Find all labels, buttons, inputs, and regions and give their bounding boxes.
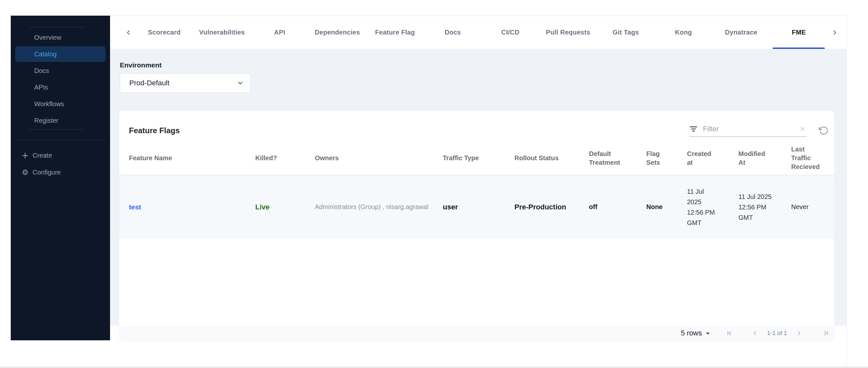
filter-box: × [689,124,806,137]
chevron-left-icon [751,330,758,336]
column-header-created-at: Created at [687,150,719,167]
tab-pull-requests[interactable]: Pull Requests [539,16,597,49]
sidebar-item-docs[interactable]: Docs [15,63,105,79]
modified-at-cell: 11 Jul 2025 12:56 PM GMT [738,191,784,223]
owners-cell: Administrators (Group) , nisarg.agrawal [315,203,443,211]
previous-page-button[interactable] [751,330,758,336]
refresh-button[interactable] [819,126,829,135]
tab-label: Scorecard [148,29,181,36]
clear-filter-icon[interactable]: × [799,126,806,132]
rows-per-page-select[interactable]: 5 rows [681,329,710,337]
sidebar-divider [15,140,105,141]
tab-vulnerabilities[interactable]: Vulnerabilities [193,16,251,49]
first-page-icon [726,330,733,337]
tab-dynatrace[interactable]: Dynatrace [712,16,770,49]
column-header-modified-at: Modified At [738,150,773,167]
sidebar-item-label: Docs [34,67,49,74]
column-header-owners: Owners [315,154,443,162]
tab-scorecard[interactable]: Scorecard [135,16,193,49]
next-page-button[interactable] [796,330,803,336]
tab-cicd[interactable]: CI/CD [482,16,539,49]
sidebar-item-apis[interactable]: APIs [15,80,105,95]
killed-status: Live [255,203,315,211]
sidebar-item-catalog[interactable]: Catalog [15,46,105,62]
sidebar-item-label: Catalog [34,51,57,58]
card-header: Feature Flags × [119,111,834,137]
tab-label: API [274,29,285,36]
tab-kong[interactable]: Kong [655,16,712,49]
tab-dependencies[interactable]: Dependencies [309,16,366,49]
column-header-last-traffic-recieved: Last Traffic Recieved [791,145,825,171]
tab-label: Docs [444,29,461,36]
configure-button[interactable]: ⚙ Configure [15,164,105,180]
created-at-cell: 11 Jul 2025 12:56 PM GMT [687,186,723,228]
tab-git-tags[interactable]: Git Tags [597,16,654,49]
configure-label: Configure [33,169,61,176]
last-traffic-recieved-cell: Never [791,203,834,211]
column-header-default-treatment: Default Treatment [589,150,630,167]
flag-sets-cell: None [646,203,687,211]
column-header-feature-name: Feature Name [129,154,255,162]
tab-label: Dynatrace [725,29,757,36]
column-header-rollout-status: Rollout Status [515,154,589,162]
sidebar: Overview Catalog Docs APIs Workflows Reg… [11,16,110,340]
last-page-button[interactable] [822,330,829,337]
sidebar-item-workflows[interactable]: Workflows [15,96,105,112]
first-page-button[interactable] [726,330,733,337]
tabs-scroll-left-button[interactable] [121,16,135,49]
plugin-tabbar: Scorecard Vulnerabilities API Dependenci… [110,16,846,49]
environment-label: Environment [120,61,251,69]
tab-feature-flag[interactable]: Feature Flag [366,16,424,49]
table-header-row: Feature Name Killed? Owners Traffic Type… [119,141,834,175]
tab-fme[interactable]: FME [770,16,828,49]
rollout-status-cell: Pre-Production [515,203,589,211]
column-header-flag-sets: Flag Sets [646,150,670,167]
tab-api[interactable]: API [251,16,308,49]
environment-selected-value: Prod-Default [129,79,169,87]
tab-label: Vulnerabilities [199,29,245,36]
plus-icon: + [21,151,29,159]
sidebar-item-register[interactable]: Register [15,113,105,128]
last-page-icon [822,330,829,337]
default-treatment-cell: off [589,203,646,211]
sidebar-item-overview[interactable]: Overview [15,30,105,45]
chevron-right-icon [796,330,803,336]
feature-flags-card: Feature Flags × [119,111,834,341]
page-title: Feature Flags [129,126,180,135]
pagination-bar: 5 rows 1-1 of 1 [119,325,834,341]
pagination-range: 1-1 of 1 [767,330,787,337]
table-empty-space [119,239,834,325]
window-bottom-edge [0,366,868,368]
tabs-scroll-right-button[interactable] [828,16,842,49]
sidebar-nav: Overview Catalog Docs APIs Workflows Reg… [15,30,105,128]
tab-label: CI/CD [501,29,520,36]
filter-input[interactable] [702,124,799,133]
column-header-killed: Killed? [255,154,315,162]
tab-label: Git Tags [613,29,639,36]
create-button[interactable]: + Create [15,148,105,163]
chevron-left-icon [125,29,132,36]
sidebar-item-label: Workflows [34,100,64,108]
gear-icon: ⚙ [21,168,29,177]
chevron-right-icon [831,29,838,36]
chevron-down-icon [237,80,244,87]
tab-docs[interactable]: Docs [424,16,482,49]
tab-label: Dependencies [314,29,360,36]
refresh-icon [819,126,829,135]
create-label: Create [33,152,52,159]
rows-per-page-value: 5 rows [681,329,702,337]
column-header-traffic-type: Traffic Type [443,154,515,162]
filter-area: × [689,124,830,137]
filter-icon [689,125,698,133]
environment-section: Environment Prod-Default [120,61,251,93]
content-right-border [846,16,847,366]
tab-label: Feature Flag [375,29,415,36]
table-row[interactable]: test Live Administrators (Group) , nisar… [119,175,834,239]
feature-name-link[interactable]: test [129,203,255,211]
tab-label: Pull Requests [546,29,590,36]
tab-label: Kong [675,29,692,36]
app-root: Overview Catalog Docs APIs Workflows Reg… [0,0,868,368]
tab-label: FME [792,29,806,36]
environment-select[interactable]: Prod-Default [120,73,251,93]
sidebar-item-label: Register [34,117,58,124]
